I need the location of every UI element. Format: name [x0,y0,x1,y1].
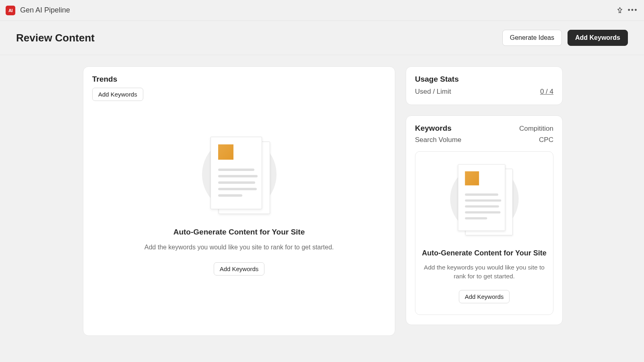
keywords-card: Keywords Compitition Search Volume CPC [406,115,563,325]
usage-stats-title: Usage Stats [415,75,553,84]
pin-icon[interactable] [614,5,625,16]
app-title: Gen AI Pipeline [20,6,70,14]
keywords-competition-label: Compitition [519,125,553,133]
keywords-cpc-label: CPC [539,136,553,144]
main-content: Trends Add Keywords Auto-Generate Conten… [0,55,644,336]
usage-value-link[interactable]: 0 / 4 [540,88,553,96]
trends-empty-heading: Auto-Generate Content for Your Site [173,228,305,237]
trends-empty-add-keywords-button[interactable]: Add Keywords [214,262,265,276]
empty-document-icon [201,136,277,212]
page-title: Review Content [16,32,95,44]
more-icon[interactable]: ••• [627,5,638,16]
keywords-empty-card: Auto-Generate Content for Your Site Add … [415,151,553,315]
usage-stats-card: Usage Stats Used / Limit 0 / 4 [406,66,563,105]
app-logo: AI [6,6,15,15]
keywords-empty-sub: Add the keywords you would like you site… [422,263,547,280]
keywords-title: Keywords [415,124,452,133]
generate-ideas-button[interactable]: Generate Ideas [502,30,562,46]
page-header: Review Content Generate Ideas Add Keywor… [0,21,644,55]
trends-title: Trends [92,75,386,84]
keywords-empty-add-keywords-button[interactable]: Add Keywords [459,290,510,303]
keywords-search-volume-label: Search Volume [415,136,461,144]
empty-document-icon [449,164,520,234]
app-bar: AI Gen AI Pipeline ••• [0,0,644,21]
trends-add-keywords-button[interactable]: Add Keywords [92,88,143,101]
trends-empty-sub: Add the keywords you would like you site… [144,244,334,251]
add-keywords-button[interactable]: Add Keywords [568,30,628,46]
trends-empty-state: Auto-Generate Content for Your Site Add … [92,108,386,327]
keywords-empty-heading: Auto-Generate Content for Your Site [422,249,546,257]
trends-card: Trends Add Keywords Auto-Generate Conten… [83,66,395,336]
usage-label: Used / Limit [415,88,451,96]
